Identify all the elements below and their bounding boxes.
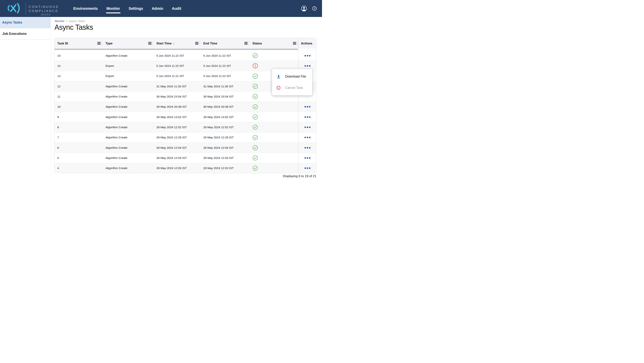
type-cell: Algorithm Create — [103, 81, 154, 91]
start-time-cell: 5 Jun 2024 11:22 IST — [154, 61, 200, 71]
column-divider — [297, 41, 298, 45]
brand-name: CONTINUOUS COMPLIANCE — [29, 5, 64, 13]
column-header-task-id[interactable]: Task ID — [54, 38, 103, 48]
success-status-icon — [252, 145, 258, 150]
task-id-cell: 6 — [54, 143, 103, 153]
column-menu-icon[interactable] — [98, 42, 100, 45]
start-time-cell: 30 May 2024 20:38 IST — [154, 102, 200, 112]
row-actions-button[interactable] — [304, 157, 311, 159]
column-label: End Time — [203, 42, 217, 45]
start-time-cell: 28 May 2024 12:03 IST — [154, 163, 200, 173]
type-cell: Algorithm Create — [103, 122, 154, 132]
row-actions-button[interactable] — [304, 167, 311, 169]
start-time-cell: 5 Jun 2024 11:22 IST — [154, 51, 200, 61]
ellipsis-icon — [304, 136, 311, 138]
column-label: Status — [252, 42, 262, 45]
brand-line2: COMPLIANCE — [29, 9, 64, 13]
status-cell — [250, 153, 298, 163]
column-header-end-time[interactable]: End Time — [200, 38, 250, 48]
column-label: Start Time — [156, 42, 172, 45]
breadcrumb-monitor-link[interactable]: Monitor — [55, 19, 65, 23]
row-actions-button[interactable] — [304, 106, 311, 108]
type-cell: Algorithm Create — [103, 112, 154, 122]
page-title: Async Tasks — [54, 23, 93, 31]
actions-cell — [298, 153, 316, 163]
end-time-cell: 5 Jun 2024 11:22 IST — [200, 51, 250, 61]
task-id-cell: 8 — [54, 122, 103, 132]
success-status-icon — [252, 155, 258, 161]
success-status-icon — [252, 73, 258, 79]
end-time-cell: 28 May 2024 12:03 IST — [200, 153, 250, 163]
user-profile-icon[interactable] — [301, 6, 307, 11]
menu-item-download-file[interactable]: Download File — [272, 71, 312, 82]
column-menu-icon[interactable] — [148, 42, 152, 45]
column-divider — [249, 41, 249, 45]
table-row-task-7: 7Algorithm Create28 May 2024 12:28 IST28… — [54, 132, 316, 142]
column-label: Type — [106, 42, 112, 45]
column-menu-icon[interactable] — [293, 42, 296, 45]
menu-item-cancel-task: Cancel Task — [272, 82, 312, 93]
actions-cell — [298, 102, 316, 112]
nav-environments[interactable]: Environments — [73, 6, 98, 11]
start-time-cell: 31 May 2024 11:30 IST — [154, 81, 200, 91]
nav-monitor[interactable]: Monitor — [106, 6, 120, 11]
help-icon[interactable]: ? — [312, 6, 317, 11]
end-time-cell: 28 May 2024 13:02 IST — [200, 112, 250, 122]
success-status-icon — [252, 53, 258, 58]
sidebar-item-job-executions[interactable]: Job Executions — [0, 28, 51, 39]
table-row-task-4: 4Algorithm Create28 May 2024 12:03 IST28… — [54, 163, 316, 173]
column-header-status[interactable]: Status — [250, 38, 298, 48]
end-time-cell: 31 May 2024 11:30 IST — [200, 81, 250, 91]
task-id-cell: 9 — [54, 112, 103, 122]
ellipsis-icon — [304, 116, 311, 118]
column-menu-icon[interactable] — [195, 42, 198, 45]
type-cell: Algorithm Create — [103, 133, 154, 142]
row-actions-button[interactable] — [304, 147, 311, 149]
row-actions-button[interactable] — [304, 126, 311, 128]
row-actions-button[interactable] — [304, 65, 311, 67]
nav-settings[interactable]: Settings — [129, 6, 143, 11]
type-cell: Export — [103, 61, 154, 71]
row-actions-button[interactable] — [304, 116, 311, 118]
task-id-cell: 13 — [54, 71, 103, 81]
success-status-icon — [252, 114, 258, 120]
status-cell — [250, 163, 298, 173]
download-icon — [276, 74, 281, 79]
horizontal-scrollbar-thumb[interactable] — [54, 49, 298, 50]
breadcrumb-current: Async Tasks — [69, 19, 85, 23]
topbar: CONTINUOUS COMPLIANCE 24.0.0.0 Environme… — [0, 0, 322, 17]
ellipsis-icon — [304, 167, 311, 169]
ellipsis-icon — [304, 157, 311, 159]
table-row-task-6: 6Algorithm Create28 May 2024 12:04 IST28… — [54, 142, 316, 153]
end-time-cell: 5 Jun 2024 11:22 IST — [200, 61, 250, 71]
column-divider — [152, 41, 153, 45]
sidebar-item-async-tasks[interactable]: Async Tasks — [0, 17, 51, 28]
table-row-task-10: 10Algorithm Create30 May 2024 20:38 IST3… — [54, 102, 316, 112]
task-id-cell: 4 — [54, 163, 103, 173]
type-cell: Algorithm Create — [103, 102, 154, 112]
nav-admin[interactable]: Admin — [152, 6, 163, 11]
main-content: Monitor › Async Tasks Async Tasks Task I… — [51, 17, 322, 181]
row-actions-button[interactable] — [304, 136, 311, 138]
column-header-actions: Actions — [298, 38, 316, 48]
svg-text:?: ? — [314, 7, 315, 10]
row-actions-button[interactable] — [304, 55, 311, 57]
task-id-cell: 14 — [54, 61, 103, 71]
status-cell — [250, 122, 298, 132]
active-tab-underline — [106, 12, 120, 13]
type-cell: Algorithm Create — [103, 91, 154, 101]
nav-audit[interactable]: Audit — [172, 6, 181, 11]
column-header-type[interactable]: Type — [103, 38, 154, 48]
status-cell — [250, 112, 298, 122]
task-id-cell: 10 — [54, 102, 103, 112]
column-label: Task ID — [57, 42, 68, 45]
type-cell: Algorithm Create — [103, 163, 154, 173]
start-time-cell: 28 May 2024 12:52 IST — [154, 122, 200, 132]
column-header-start-time[interactable]: Start Time↓ — [154, 38, 200, 48]
actions-cell — [298, 133, 316, 142]
task-id-cell: 12 — [54, 81, 103, 91]
column-menu-icon[interactable] — [244, 42, 248, 45]
task-id-cell: 11 — [54, 91, 103, 101]
table-row-task-5: 5Algorithm Create28 May 2024 12:03 IST28… — [54, 153, 316, 163]
success-status-icon — [252, 165, 258, 171]
